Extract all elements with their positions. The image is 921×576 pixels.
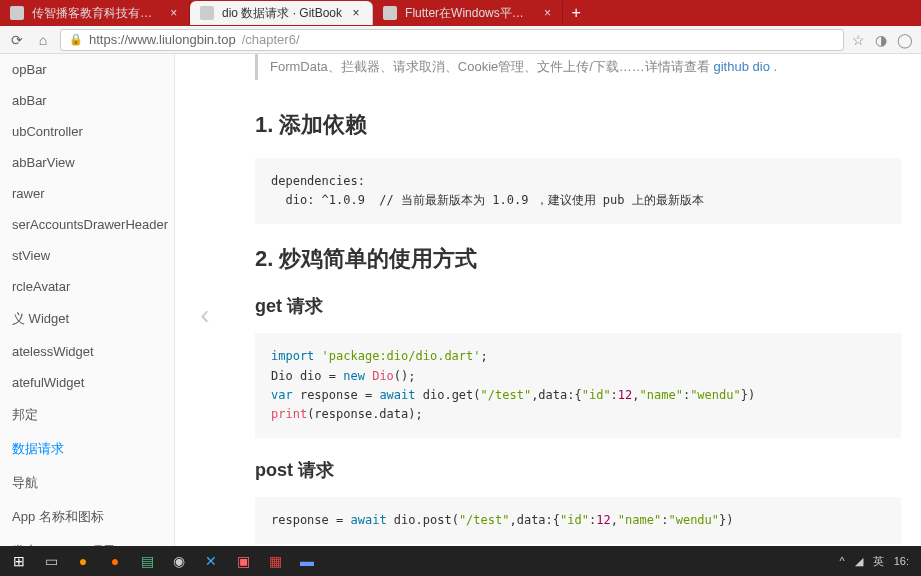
star-icon[interactable]: ☆: [852, 32, 865, 48]
task-chrome-icon[interactable]: ◉: [164, 548, 194, 574]
sidebar-item[interactable]: 邦定: [0, 398, 174, 432]
browser-tab[interactable]: 传智播客教育科技有限公司 ×: [0, 1, 190, 25]
url-path: /chapter6/: [242, 32, 300, 47]
sidebar-item[interactable]: opBar: [0, 54, 174, 85]
task-vscode-icon[interactable]: ✕: [196, 548, 226, 574]
main-layout: opBarabBarubControllerabBarViewrawerserA…: [0, 54, 921, 576]
sidebar-item[interactable]: ubController: [0, 116, 174, 147]
close-icon[interactable]: ×: [543, 7, 552, 19]
sidebar-item[interactable]: 数据请求: [0, 432, 174, 466]
tab-title: Flutter在Windows平台下的安装: [405, 5, 535, 22]
sidebar-item[interactable]: abBar: [0, 85, 174, 116]
task-terminal-icon[interactable]: ▬: [292, 548, 322, 574]
wifi-icon[interactable]: ◢: [855, 555, 863, 568]
sidebar-item[interactable]: atefulWidget: [0, 367, 174, 398]
browser-toolbar: ⟳ ⌂ 🔒 https://www.liulongbin.top/chapter…: [0, 26, 921, 54]
content-wrapper: ‹ FormData、拦截器、请求取消、Cookie管理、文件上传/下载……详情…: [175, 54, 921, 576]
ime-indicator[interactable]: 英: [873, 554, 884, 569]
tab-title: dio 数据请求 · GitBook: [222, 5, 342, 22]
prev-page-button[interactable]: ‹: [175, 54, 235, 576]
start-button[interactable]: ⊞: [4, 548, 34, 574]
sidebar-item[interactable]: 导航: [0, 466, 174, 500]
browser-tab[interactable]: Flutter在Windows平台下的安装 ×: [373, 1, 563, 25]
heading-get: get 请求: [255, 294, 901, 318]
task-app-icon[interactable]: ▦: [260, 548, 290, 574]
clock[interactable]: 16:: [894, 555, 909, 567]
code-get: import 'package:dio/dio.dart'; Dio dio =…: [255, 333, 901, 438]
sidebar-item[interactable]: serAccountsDrawerHeader: [0, 209, 174, 240]
chevron-up-icon[interactable]: ^: [840, 555, 845, 567]
new-tab-button[interactable]: +: [563, 3, 589, 23]
heading-post: post 请求: [255, 458, 901, 482]
intro-quote: FormData、拦截器、请求取消、Cookie管理、文件上传/下载……详情请查…: [255, 54, 901, 80]
tab-title: 传智播客教育科技有限公司: [32, 5, 160, 22]
browser-tab-bar: 传智播客教育科技有限公司 × dio 数据请求 · GitBook × Flut…: [0, 0, 921, 26]
url-field[interactable]: 🔒 https://www.liulongbin.top/chapter6/: [60, 29, 844, 51]
intro-text: FormData、拦截器、请求取消、Cookie管理、文件上传/下载……详情请查…: [270, 59, 713, 74]
vpn-icon[interactable]: ◑: [875, 32, 887, 48]
profile-icon[interactable]: ◯: [897, 32, 913, 48]
url-host: https://www.liulongbin.top: [89, 32, 236, 47]
favicon-icon: [383, 6, 397, 20]
close-icon[interactable]: ×: [168, 7, 179, 19]
sidebar: opBarabBarubControllerabBarViewrawerserA…: [0, 54, 175, 576]
sidebar-item[interactable]: 义 Widget: [0, 302, 174, 336]
home-button[interactable]: ⌂: [34, 31, 52, 49]
sidebar-item[interactable]: rcleAvatar: [0, 271, 174, 302]
heading-usage: 2. 炒鸡简单的使用方式: [255, 244, 901, 274]
windows-taskbar: ⊞ ▭ ● ● ▤ ◉ ✕ ▣ ▦ ▬ ^ ◢ 英 16:: [0, 546, 921, 576]
article-content: FormData、拦截器、请求取消、Cookie管理、文件上传/下载……详情请查…: [235, 54, 921, 576]
github-link[interactable]: github dio: [713, 59, 769, 74]
close-icon[interactable]: ×: [350, 7, 362, 19]
sidebar-item[interactable]: App 名称和图标: [0, 500, 174, 534]
sidebar-item[interactable]: abBarView: [0, 147, 174, 178]
browser-tab-active[interactable]: dio 数据请求 · GitBook ×: [190, 1, 373, 25]
favicon-icon: [200, 6, 214, 20]
task-explorer-icon[interactable]: ▭: [36, 548, 66, 574]
task-firefox2-icon[interactable]: ●: [100, 548, 130, 574]
toolbar-right: ☆ ◑ ◯: [852, 32, 913, 48]
heading-add-dep: 1. 添加依赖: [255, 110, 901, 140]
task-media-icon[interactable]: ▣: [228, 548, 258, 574]
task-notepad-icon[interactable]: ▤: [132, 548, 162, 574]
code-post: response = await dio.post("/test",data:{…: [255, 497, 901, 544]
sidebar-item[interactable]: rawer: [0, 178, 174, 209]
lock-icon: 🔒: [69, 33, 83, 46]
task-firefox-icon[interactable]: ●: [68, 548, 98, 574]
system-tray[interactable]: ^ ◢ 英 16:: [840, 554, 917, 569]
code-dependencies: dependencies: dio: ^1.0.9 // 当前最新版本为 1.0…: [255, 158, 901, 224]
reload-button[interactable]: ⟳: [8, 31, 26, 49]
sidebar-item[interactable]: atelessWidget: [0, 336, 174, 367]
favicon-icon: [10, 6, 24, 20]
sidebar-item[interactable]: stView: [0, 240, 174, 271]
